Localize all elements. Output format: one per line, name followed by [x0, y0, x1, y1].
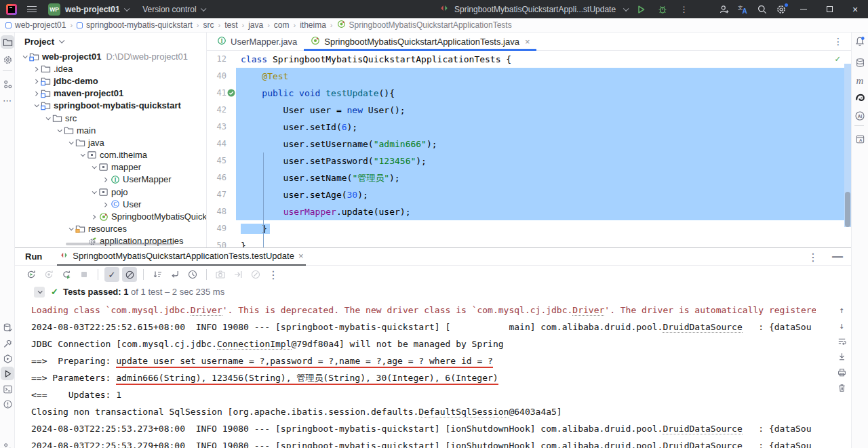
terminal-icon[interactable] [1, 382, 14, 396]
code-line[interactable]: 42 User user = new User(); [207, 102, 851, 119]
tree-item[interactable]: jdbc-demo [15, 75, 206, 87]
code-line[interactable]: 43 user.setId(6); [207, 119, 851, 136]
chevron-down-icon[interactable] [66, 141, 75, 144]
code-line[interactable]: 45 user.setPassword("123456"); [207, 152, 851, 169]
show-passed-icon[interactable]: ✓ [104, 267, 119, 282]
code-area[interactable]: 12class SpringbootMybatisQuickstartAppli… [207, 51, 851, 247]
chevron-right-icon[interactable] [90, 215, 98, 218]
build-hammer-icon[interactable] [1, 337, 14, 350]
next-occurrence-icon[interactable]: ↓ [837, 320, 848, 331]
tree-item[interactable]: resources [15, 223, 206, 235]
code-line[interactable]: 44 user.setUsername("admin666"); [207, 136, 851, 152]
ai-assistant-icon[interactable]: AI [853, 109, 867, 123]
code-line[interactable]: 12class SpringbootMybatisQuickstartAppli… [207, 51, 851, 68]
horizontal-scrollbar[interactable] [66, 243, 174, 245]
tree-item[interactable]: pojo [15, 186, 206, 198]
settings-gear-icon[interactable] [772, 2, 791, 17]
tree-item[interactable]: src [15, 112, 206, 124]
inspections-ok-icon[interactable]: ✓ [835, 54, 840, 64]
chevron-right-icon[interactable] [32, 67, 40, 70]
code-line[interactable]: 40 @Test [207, 68, 851, 85]
chevron-down-icon[interactable] [20, 55, 28, 58]
chevron-down-icon[interactable] [78, 153, 86, 157]
run-options-kebab-icon[interactable]: ⋮ [808, 251, 818, 264]
breadcrumb-item[interactable]: com [274, 20, 290, 30]
project-tool-icon[interactable] [1, 35, 14, 49]
stacktrace-icon[interactable] [167, 267, 182, 282]
prev-occurrence-icon[interactable]: ↑ [837, 304, 848, 315]
soft-wrap-icon[interactable] [837, 335, 848, 346]
database-icon[interactable] [853, 56, 867, 69]
run-tab[interactable]: SpringbootMybatisQuickstartApplicationTe… [57, 248, 306, 266]
breadcrumb-item[interactable]: test [224, 20, 237, 30]
search-icon[interactable] [753, 2, 772, 17]
tree-item[interactable]: springboot-mybatis-quickstart [15, 100, 206, 112]
debug-button[interactable] [654, 2, 671, 17]
hide-panel-icon[interactable]: — [832, 251, 843, 263]
toolbar-more-kebab-icon[interactable]: ⋮ [266, 267, 281, 282]
tree-item[interactable]: mapper [15, 161, 206, 174]
breadcrumb-item[interactable]: SpringbootMybatisQuickstartApplicationTe… [337, 20, 512, 30]
code-line[interactable]: 48 userMapper.update(user); [207, 203, 851, 220]
history-clock-icon[interactable] [185, 267, 200, 282]
vcs-selector[interactable]: Version control [142, 5, 196, 14]
database-changes-icon[interactable] [1, 321, 14, 334]
breadcrumb-item[interactable]: springboot-mybatis-quickstart [77, 20, 193, 30]
tree-item[interactable]: java [15, 136, 206, 148]
chevron-down-icon[interactable] [90, 190, 98, 194]
chevron-down-icon[interactable] [43, 117, 52, 120]
tree-item[interactable]: com.itheima [15, 149, 206, 161]
notifications-bell-icon[interactable] [853, 35, 867, 48]
code-line[interactable]: 41 public void testUpdate(){ [207, 85, 851, 102]
screenshot-icon[interactable] [213, 267, 228, 282]
breadcrumb-item[interactable]: java [248, 20, 263, 30]
export-icon[interactable] [231, 267, 245, 282]
rerun-failed-icon[interactable] [41, 267, 56, 282]
maven-icon[interactable]: m [853, 74, 867, 87]
translate-icon[interactable]: 文A [734, 2, 753, 17]
editor-scrollbar[interactable] [844, 51, 851, 247]
chevron-right-icon[interactable] [101, 203, 109, 206]
code-line[interactable]: 46 user.setName("管理员"); [207, 169, 851, 186]
console[interactable]: Loading class `com.mysql.jdbc.Driver'. T… [15, 300, 851, 448]
tab-usermapper[interactable]: I UserMapper.java [210, 33, 304, 51]
problems-icon[interactable] [1, 397, 14, 411]
tree-item[interactable]: SpringbootMybatisQuickstartApplicationTe… [15, 210, 206, 222]
tab-application-tests[interactable]: SpringbootMybatisQuickstartApplicationTe… [304, 33, 536, 51]
close-run-tab-icon[interactable]: × [298, 251, 304, 261]
structure-partial-icon[interactable] [1, 439, 14, 448]
chevron-right-icon[interactable] [101, 178, 109, 181]
tree-item[interactable]: .idea [15, 62, 206, 75]
gradle-icon[interactable] [853, 91, 867, 104]
commit-gear-icon[interactable] [1, 53, 14, 66]
run-tool-icon[interactable] [1, 367, 14, 380]
tree-item[interactable]: application.properties [15, 235, 206, 247]
chevron-right-icon[interactable] [32, 79, 40, 83]
maximize-button[interactable] [816, 0, 842, 18]
clear-console-icon[interactable] [837, 382, 848, 393]
more-actions-kebab-icon[interactable]: ⋮ [676, 2, 692, 17]
stop-icon[interactable] [77, 267, 92, 282]
tree-item[interactable]: web-project01D:\DD\web-project01 [15, 50, 206, 62]
print-icon[interactable] [837, 367, 848, 378]
documentation-icon[interactable]: A [853, 132, 867, 146]
scroll-to-end-icon[interactable] [837, 351, 848, 362]
services-icon[interactable] [1, 352, 14, 365]
tree-item[interactable]: main [15, 124, 206, 136]
tab-options-kebab-icon[interactable]: ⋮ [833, 36, 851, 47]
code-line[interactable]: 49 } [207, 220, 851, 237]
structure-tool-icon[interactable] [1, 77, 14, 91]
chevron-down-icon[interactable] [66, 227, 75, 230]
edit-disabled-icon[interactable] [248, 267, 263, 282]
project-avatar[interactable]: WP [48, 3, 60, 16]
rerun-icon[interactable] [24, 267, 39, 282]
chevron-down-icon[interactable] [55, 129, 63, 132]
breadcrumb-item[interactable]: src [203, 20, 214, 30]
rerun-auto-icon[interactable] [59, 267, 74, 282]
project-panel-header[interactable]: Project [15, 33, 206, 50]
show-ignored-icon[interactable] [122, 267, 137, 282]
scrollbar-thumb[interactable] [845, 192, 850, 227]
chevron-down-icon[interactable] [32, 104, 40, 107]
add-user-icon[interactable] [715, 2, 734, 17]
tree-item[interactable]: IUserMapper [15, 174, 206, 186]
